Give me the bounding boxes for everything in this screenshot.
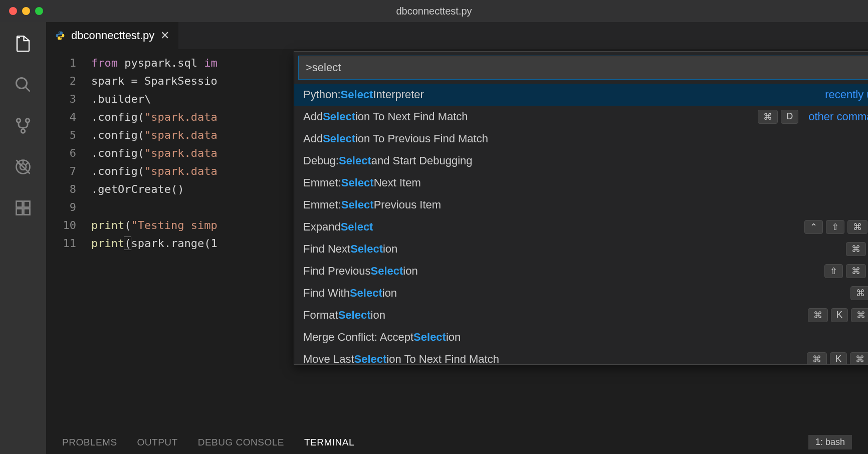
svg-rect-12 [17, 209, 23, 215]
palette-item[interactable]: Add Selection To Previous Find Match [294, 128, 868, 150]
keybinding: ⌘F3 [846, 242, 868, 256]
window-title: dbconnecttest.py [396, 6, 472, 17]
window-controls [9, 7, 43, 15]
panel-tab-problems[interactable]: PROBLEMS [62, 437, 117, 448]
source-control-icon[interactable] [13, 115, 34, 136]
palette-item-label: Format Selection [303, 309, 385, 322]
palette-group-label: recently used [825, 88, 868, 101]
keybinding: ⇧⌘F3 [824, 264, 868, 278]
python-file-icon [55, 31, 65, 41]
palette-item[interactable]: Emmet: Select Previous Item [294, 194, 868, 216]
svg-line-1 [26, 87, 30, 92]
palette-item[interactable]: Find Previous Selection⇧⌘F3 [294, 260, 868, 282]
extensions-icon[interactable] [13, 197, 34, 218]
editor-tab[interactable]: dbconnecttest.py ✕ [46, 22, 178, 49]
palette-item[interactable]: Format Selection⌘K⌘F [294, 304, 868, 326]
terminal-selector[interactable]: 1: bash [808, 435, 852, 449]
activity-bar [0, 22, 46, 454]
titlebar: dbconnecttest.py [0, 0, 868, 22]
palette-input-wrap [294, 52, 868, 84]
minimize-window-button[interactable] [22, 7, 30, 15]
close-window-button[interactable] [9, 7, 17, 15]
search-icon[interactable] [13, 74, 34, 95]
svg-point-2 [17, 119, 21, 123]
main-layout: dbconnecttest.py ✕ 1234567891011 from py… [0, 22, 868, 454]
svg-rect-13 [24, 209, 30, 215]
line-number: 6 [46, 144, 76, 162]
line-number: 1 [46, 54, 76, 72]
palette-results: Python: Select Interpreterrecently usedA… [294, 84, 868, 364]
palette-item[interactable]: Move Last Selection To Next Find Match⌘K… [294, 348, 868, 364]
panel-tabs: PROBLEMS OUTPUT DEBUG CONSOLE TERMINAL 1… [46, 430, 868, 454]
palette-item-label: Find Next Selection [303, 243, 397, 256]
palette-item[interactable]: Debug: Select and Start Debugging [294, 150, 868, 172]
line-number: 11 [46, 235, 76, 253]
palette-item-label: Add Selection To Previous Find Match [303, 132, 488, 145]
keybinding: ⌘D [758, 110, 798, 124]
line-number: 3 [46, 90, 76, 108]
keybinding: ⌘E [850, 286, 868, 300]
line-number: 9 [46, 198, 76, 216]
keybinding: ⌘K⌘D [807, 352, 868, 364]
svg-point-0 [17, 78, 27, 89]
line-number: 7 [46, 162, 76, 180]
command-palette-input[interactable] [298, 56, 868, 80]
palette-item-label: Emmet: Select Previous Item [303, 198, 441, 211]
svg-rect-14 [24, 201, 30, 207]
palette-item-label: Add Selection To Next Find Match [303, 110, 468, 123]
svg-line-10 [26, 162, 29, 165]
line-number: 8 [46, 180, 76, 198]
keybinding: ⌘K⌘F [808, 308, 868, 322]
palette-item-label: Move Last Selection To Next Find Match [303, 353, 499, 364]
palette-item-label: Find Previous Selection [303, 265, 418, 278]
palette-item-label: Debug: Select and Start Debugging [303, 154, 473, 167]
close-tab-icon[interactable]: ✕ [160, 29, 169, 42]
gutter: 1234567891011 [46, 54, 91, 430]
panel-tab-output[interactable]: OUTPUT [137, 437, 178, 448]
palette-item-label: Emmet: Select Next Item [303, 176, 421, 189]
palette-item[interactable]: Merge Conflict: Accept Selection [294, 326, 868, 348]
panel-tab-terminal[interactable]: TERMINAL [304, 437, 354, 448]
debug-icon[interactable] [13, 156, 34, 177]
palette-item[interactable]: Python: Select Interpreterrecently used [294, 84, 868, 106]
palette-item[interactable]: Find With Selection⌘E [294, 282, 868, 304]
tab-bar: dbconnecttest.py ✕ [46, 22, 868, 49]
explorer-icon[interactable] [13, 33, 34, 54]
palette-item[interactable]: Expand Select⌃⇧⌘→ [294, 216, 868, 238]
svg-rect-11 [17, 201, 23, 207]
palette-item-label: Python: Select Interpreter [303, 88, 424, 101]
palette-item-label: Merge Conflict: Accept Selection [303, 331, 461, 344]
svg-point-4 [21, 129, 25, 133]
line-number: 5 [46, 126, 76, 144]
panel-tab-debug-console[interactable]: DEBUG CONSOLE [198, 437, 284, 448]
palette-item[interactable]: Add Selection To Next Find Match⌘Dother … [294, 106, 868, 128]
svg-point-3 [26, 119, 30, 123]
palette-item[interactable]: Find Next Selection⌘F3 [294, 238, 868, 260]
line-number: 2 [46, 72, 76, 90]
palette-group-label: other commands [808, 110, 868, 123]
palette-item[interactable]: Emmet: Select Next Item [294, 172, 868, 194]
editor-area: dbconnecttest.py ✕ 1234567891011 from py… [46, 22, 868, 454]
line-number: 10 [46, 216, 76, 235]
palette-item-label: Expand Select [303, 220, 373, 234]
command-palette: Python: Select Interpreterrecently usedA… [294, 51, 868, 365]
palette-item-label: Find With Selection [303, 287, 397, 300]
maximize-window-button[interactable] [35, 7, 43, 15]
keybinding: ⌃⇧⌘→ [804, 220, 868, 234]
tab-filename: dbconnecttest.py [71, 29, 154, 42]
line-number: 4 [46, 108, 76, 126]
